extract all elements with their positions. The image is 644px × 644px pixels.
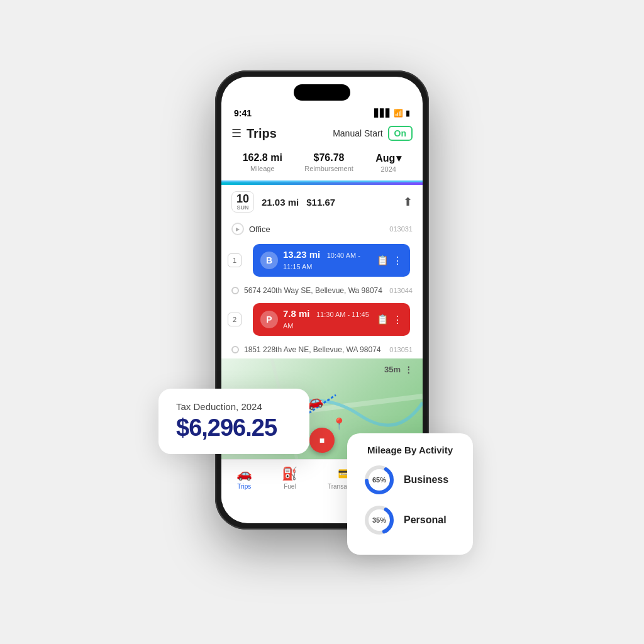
day-distance: 21.03 mi [262, 197, 299, 208]
day-stats: 21.03 mi $11.67 [262, 197, 396, 208]
trip-doc-icon-1[interactable]: 📋 [377, 255, 389, 266]
tax-card-amount: $6,296.25 [176, 414, 292, 441]
battery-icon: ▮ [406, 109, 410, 118]
app-header: ☰ Trips Manual Start On [221, 122, 423, 147]
mid-address-row: 5674 240th Way SE, Bellevue, Wa 98074 01… [221, 282, 423, 299]
status-time: 9:41 [234, 108, 252, 118]
map-duration: 35m ⋮ [384, 365, 413, 374]
trip-number-1: 1 [228, 253, 242, 267]
reimbursement-stat: $76.78 Reimbursement [304, 152, 353, 173]
mid-address-text: 5674 240th Way SE, Bellevue, Wa 98074 [244, 286, 384, 295]
mileage-personal-item: 35% Personal [362, 503, 458, 537]
stats-row: 162.8 mi Mileage $76.78 Reimbursement Au… [221, 147, 423, 182]
map-pin-icon: 📍 [332, 417, 346, 431]
page-title: Trips [247, 126, 277, 141]
nav-trips[interactable]: 🚗 Trips [236, 466, 252, 490]
business-donut: 65% [362, 463, 396, 497]
wifi-icon: 📶 [394, 109, 403, 118]
day-label: SUN [232, 204, 253, 211]
trip-distance-2: 7.8 mi [283, 308, 310, 319]
trip-card-2[interactable]: P 7.8 mi 11:30 AM - 11:45 AM 📋 ⋮ [253, 303, 410, 336]
end-address-text: 1851 228th Ave NE, Bellevue, WA 98074 [244, 345, 384, 354]
map-more-icon[interactable]: ⋮ [404, 365, 413, 374]
stop-button[interactable]: ■ [309, 428, 335, 453]
status-icons: ▋▋▋ 📶 ▮ [374, 109, 410, 118]
end-address-row: 1851 228th Ave NE, Bellevue, WA 98074 01… [221, 341, 423, 358]
start-location-text: Office [249, 225, 384, 234]
reimbursement-label: Reimbursement [304, 165, 353, 172]
nav-fuel[interactable]: ⛽ Fuel [282, 466, 297, 490]
trips-icon: 🚗 [236, 466, 252, 481]
nav-fuel-label: Fuel [284, 483, 296, 490]
end-address-dot [231, 346, 239, 353]
tax-card: Tax Deduction, 2024 $6,296.25 [158, 389, 309, 454]
mileage-card: Mileage By Activity 65% Business 35% [347, 433, 473, 555]
trip-row-1: 1 B 13.23 mi 10:40 AM - 11:15 AM 📋 ⋮ [221, 240, 423, 280]
mileage-value: 162.8 mi [243, 152, 282, 164]
trip-doc-icon-2[interactable]: 📋 [377, 314, 389, 325]
nav-trips-label: Trips [237, 483, 251, 490]
fuel-icon: ⛽ [282, 466, 297, 481]
year-label: 2024 [375, 165, 401, 173]
trip-info-1: 13.23 mi 10:40 AM - 11:15 AM [283, 249, 372, 272]
mid-address-code: 013044 [389, 287, 413, 294]
tax-card-label: Tax Deduction, 2024 [176, 401, 292, 412]
trip-more-icon-1[interactable]: ⋮ [392, 255, 402, 267]
start-location-row: ▶ Office 013031 [221, 218, 423, 240]
mileage-card-title: Mileage By Activity [362, 445, 458, 455]
menu-icon[interactable]: ☰ [231, 126, 242, 140]
trip-info-2: 7.8 mi 11:30 AM - 11:45 AM [283, 308, 372, 331]
mid-address-dot [231, 287, 239, 294]
mileage-label: Mileage [243, 165, 282, 172]
export-icon[interactable]: ⬆ [403, 195, 413, 209]
day-header: 10 SUN 21.03 mi $11.67 ⬆ [221, 185, 423, 218]
business-label: Business [404, 474, 448, 486]
trip-actions-2: 📋 ⋮ [377, 314, 402, 326]
manual-start-toggle[interactable]: On [388, 126, 413, 141]
trip-actions-1: 📋 ⋮ [377, 255, 402, 267]
trip-more-icon-2[interactable]: ⋮ [392, 314, 402, 326]
trip-card-1[interactable]: B 13.23 mi 10:40 AM - 11:15 AM 📋 ⋮ [253, 244, 410, 277]
month-stat[interactable]: Aug ▾ 2024 [375, 152, 401, 173]
end-address-code: 013051 [389, 346, 413, 353]
mileage-stat: 162.8 mi Mileage [243, 152, 282, 173]
start-location-code: 013031 [389, 225, 413, 233]
month-value: Aug ▾ [375, 152, 401, 164]
signal-icon: ▋▋▋ [374, 109, 391, 118]
day-badge: 10 SUN [231, 191, 254, 213]
trip-row-2: 2 P 7.8 mi 11:30 AM - 11:45 AM 📋 ⋮ [221, 299, 423, 340]
personal-donut: 35% [362, 503, 396, 537]
business-pct: 65% [372, 476, 386, 484]
reimbursement-value: $76.78 [304, 152, 353, 164]
personal-label: Personal [404, 514, 447, 526]
trip-badge-1: B [260, 252, 278, 269]
trip-section: ▶ Office 013031 1 B 13.23 mi 10:40 AM - … [221, 218, 423, 358]
mileage-business-item: 65% Business [362, 463, 458, 497]
day-number: 10 [232, 193, 253, 204]
trip-number-2: 2 [228, 313, 242, 326]
manual-start-label: Manual Start [333, 128, 382, 138]
personal-pct: 35% [372, 516, 386, 524]
trip-distance-1: 13.23 mi [283, 249, 320, 260]
trip-badge-2: P [260, 311, 278, 328]
dynamic-island [294, 84, 350, 101]
start-play-icon: ▶ [231, 223, 244, 235]
day-amount: $11.67 [306, 197, 335, 208]
